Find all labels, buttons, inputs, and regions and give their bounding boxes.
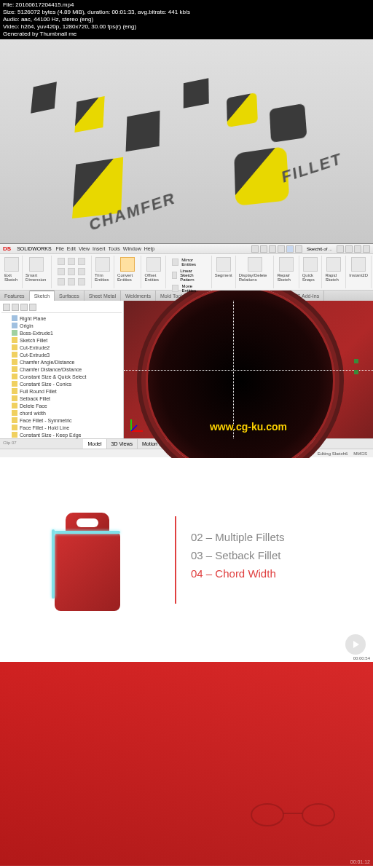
tree-filter-icon[interactable]	[29, 304, 36, 311]
tree-hide-icon[interactable]	[20, 304, 28, 311]
tree-item: Constant Size - Conics	[1, 380, 122, 387]
minimize-icon[interactable]	[345, 245, 353, 253]
highlight-edge-top	[53, 531, 120, 534]
move-icon[interactable]	[172, 285, 178, 292]
dimension-marker[interactable]	[354, 370, 358, 374]
rebuild-icon[interactable]	[286, 245, 294, 253]
info-file: File: 20160617204415.mp4	[3, 1, 370, 9]
menu-window[interactable]: Window	[123, 246, 141, 251]
info-size: Size: 5126072 bytes (4.89 MiB), duration…	[3, 9, 370, 16]
move-label: Move Entities	[181, 284, 205, 293]
arc-icon[interactable]	[78, 258, 85, 265]
open-icon[interactable]	[260, 245, 267, 253]
ribbon-convert[interactable]: Convert Entities	[114, 256, 141, 288]
course-list: 02 – Multiple Fillets 03 – Setback Fille…	[176, 458, 373, 662]
tree-config-icon[interactable]	[3, 304, 10, 311]
ribbon-rapid[interactable]: Rapid Sketch	[322, 256, 346, 288]
fillet-icon	[12, 388, 17, 394]
slot-icon[interactable]	[68, 278, 75, 285]
quick-access-toolbar: Sketch6 of ...	[251, 245, 370, 253]
segment-label: Segment	[215, 273, 232, 277]
sw-ribbon: Exit Sketch Smart Dimension Trim Entitie…	[0, 254, 373, 291]
tab-sheet-metal[interactable]: Sheet Metal	[85, 291, 121, 301]
options-icon[interactable]	[295, 245, 302, 253]
exit-sketch-icon	[4, 257, 19, 272]
segment-icon	[216, 257, 231, 272]
info-generated: Generated by Thumbnail me	[3, 31, 370, 38]
tree-item: Sketch Fillet	[1, 336, 122, 344]
line-icon[interactable]	[58, 258, 65, 265]
fillet-icon	[12, 417, 17, 423]
watermark: www.cg-ku.com	[210, 421, 287, 433]
info-audio: Audio: aac, 44100 Hz, stereo (eng)	[3, 16, 370, 23]
fillet-cube	[227, 92, 258, 127]
jerrycan-body	[55, 531, 120, 611]
ribbon-display-delete[interactable]: Display/Delete Relations	[236, 256, 275, 288]
render-preview: CHAMFER FILLET	[0, 39, 373, 243]
menu-insert[interactable]: Insert	[93, 246, 106, 251]
display-delete-icon	[248, 257, 262, 272]
btab-3dviews[interactable]: 3D Views	[107, 439, 138, 449]
chamfer-icon	[12, 366, 17, 372]
3d-viewport[interactable]: www.cg-ku.com	[124, 301, 373, 438]
menu-help[interactable]: Help	[144, 246, 154, 251]
ribbon-instant2d[interactable]: Instant2D	[346, 256, 372, 288]
spline-icon[interactable]	[68, 268, 75, 275]
ribbon-quick-snaps[interactable]: Quick Snaps	[299, 256, 323, 288]
save-icon[interactable]	[269, 245, 276, 253]
tree-item: Boss-Extrude1	[1, 329, 122, 336]
coord-triad[interactable]	[130, 418, 144, 433]
tree-item: Origin	[1, 322, 122, 329]
tab-sketch[interactable]: Sketch	[30, 291, 55, 301]
tab-surfaces[interactable]: Surfaces	[55, 291, 85, 301]
polygon-icon[interactable]	[78, 278, 85, 285]
dimension-marker[interactable]	[354, 359, 358, 363]
chamfer-icon	[12, 359, 17, 365]
repair-label: Repair Sketch	[277, 273, 295, 282]
menu-view[interactable]: View	[79, 246, 90, 251]
pattern-group: Mirror Entities Linear Sketch Pattern Mo…	[166, 256, 211, 288]
tree-item: Delete Face	[1, 402, 122, 409]
centerline-v	[233, 301, 234, 438]
menu-edit[interactable]: Edit	[67, 246, 76, 251]
circle-icon[interactable]	[68, 258, 75, 265]
sw-body: Right Plane Origin Boss-Extrude1 Sketch …	[0, 301, 373, 438]
tab-weldments[interactable]: Weldments	[121, 291, 156, 301]
tab-features[interactable]: Features	[0, 291, 30, 301]
print-icon[interactable]	[278, 245, 285, 253]
feature-tree[interactable]: Right Plane Origin Boss-Extrude1 Sketch …	[0, 301, 124, 438]
ribbon-trim[interactable]: Trim Entities	[92, 256, 114, 288]
ellipse-icon[interactable]	[58, 278, 65, 285]
pattern-icon[interactable]	[172, 272, 177, 279]
trim-label: Trim Entities	[95, 273, 111, 282]
tree-item: Chamfer Angle/Distance	[1, 358, 122, 366]
ribbon-offset[interactable]: Offset Entities	[141, 256, 166, 288]
ribbon-exit-sketch[interactable]: Exit Sketch	[1, 256, 23, 288]
tree-header-icons	[1, 302, 122, 313]
course-item: 02 – Multiple Fillets	[191, 531, 358, 543]
new-icon[interactable]	[251, 245, 259, 253]
menu-file[interactable]: File	[56, 246, 64, 251]
ribbon-smart-dimension[interactable]: Smart Dimension	[23, 256, 52, 288]
convert-label: Convert Entities	[117, 273, 138, 282]
course-item: 03 – Setback Fillet	[191, 549, 358, 561]
rect-icon[interactable]	[58, 268, 65, 275]
doc-selector[interactable]: Sketch6 of ...	[304, 247, 335, 251]
timestamp: 00:00:54	[353, 656, 370, 660]
cut-icon	[12, 352, 17, 358]
play-button[interactable]	[345, 634, 366, 655]
search-icon[interactable]	[337, 245, 344, 253]
tree-item: Cut-Extrude2	[1, 344, 122, 351]
mirror-icon[interactable]	[172, 259, 178, 266]
btab-model[interactable]: Model	[83, 439, 106, 449]
close-icon[interactable]	[363, 245, 370, 253]
sketch-tools-group	[52, 256, 92, 288]
ribbon-repair[interactable]: Repair Sketch	[274, 256, 299, 288]
solidworks-window: DS SOLIDWORKS File Edit View Insert Tool…	[0, 243, 373, 458]
point-icon[interactable]	[78, 268, 85, 275]
ribbon-segment[interactable]: Segment	[212, 256, 236, 288]
tree-item: Face Fillet - Hold Line	[1, 424, 122, 431]
maximize-icon[interactable]	[354, 245, 361, 253]
tree-display-icon[interactable]	[12, 304, 19, 311]
menu-tools[interactable]: Tools	[108, 246, 119, 251]
